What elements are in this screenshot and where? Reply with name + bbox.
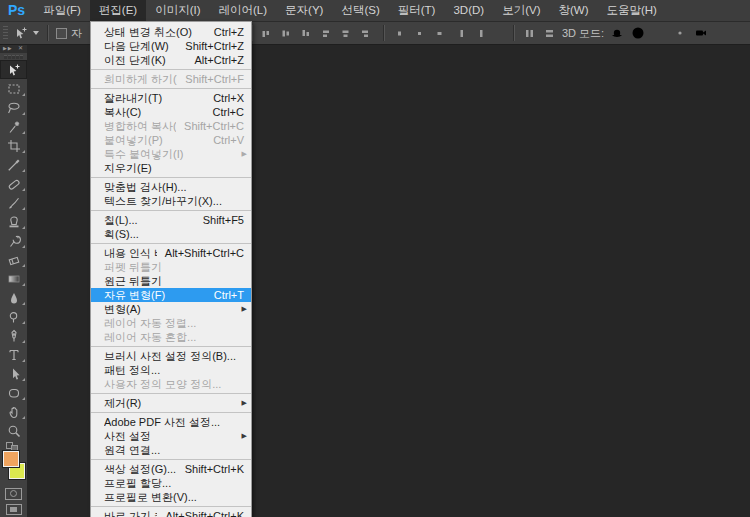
menubar-item[interactable]: 레이어(L) [210, 0, 277, 21]
tools-panel-grip[interactable] [0, 53, 27, 60]
3d-rotate-camera-icon[interactable] [608, 24, 626, 42]
menu-separator [91, 243, 251, 244]
3d-zoom-camera-icon[interactable] [692, 24, 710, 42]
menu-item-label: Adobe PDF 사전 설정... [104, 415, 244, 429]
menu-item-label: 바로 가기 키... [104, 509, 157, 517]
edit-menu-item[interactable]: 원근 뒤틀기 [91, 274, 251, 288]
options-bar-grip[interactable] [3, 26, 8, 40]
edit-menu-item: 퍼펫 뒤틀기 [91, 260, 251, 274]
edit-menu-item[interactable]: 다음 단계(W)Shift+Ctrl+Z [91, 39, 251, 53]
magic-wand-tool[interactable] [0, 117, 27, 136]
edit-menu-item[interactable]: 원격 연결... [91, 443, 251, 457]
distribute-vertical-centers-icon[interactable] [410, 24, 428, 42]
edit-menu-item[interactable]: 칠(L)...Shift+F5 [91, 213, 251, 227]
menubar-item[interactable]: 파일(F) [34, 0, 90, 21]
3d-slide-camera-icon[interactable] [671, 24, 689, 42]
tools-panel-header: ▶▶ ✕ [0, 44, 27, 53]
move-tool[interactable] [0, 60, 27, 79]
lasso-tool[interactable] [0, 98, 27, 117]
edit-menu-item[interactable]: Adobe PDF 사전 설정... [91, 415, 251, 429]
menubar-item[interactable]: 편집(E) [90, 0, 146, 21]
edit-menu-item[interactable]: 이전 단계(K)Alt+Ctrl+Z [91, 53, 251, 67]
menu-item-label: 원근 뒤틀기 [104, 274, 244, 288]
screen-mode-icon[interactable] [0, 501, 27, 517]
edit-menu-item[interactable]: 변형(A)▶ [91, 302, 251, 316]
close-panel-icon[interactable]: ✕ [18, 44, 24, 53]
menu-item-label: 내용 인식 비율 [104, 246, 157, 260]
history-brush-tool[interactable] [0, 231, 27, 250]
edit-menu-item[interactable]: 상태 변경 취소(O)Ctrl+Z [91, 25, 251, 39]
edit-menu-item[interactable]: 지우기(E) [91, 161, 251, 175]
edit-menu-item[interactable]: 색상 설정(G)...Shift+Ctrl+K [91, 462, 251, 476]
align-vertical-centers-icon[interactable] [276, 24, 294, 42]
menubar-item[interactable]: 도움말(H) [597, 0, 665, 21]
menu-item-label: 붙여넣기(P) [104, 133, 205, 147]
quick-mask-mode-icon[interactable] [0, 486, 27, 501]
edit-menu-item[interactable]: 패턴 정의... [91, 363, 251, 377]
edit-menu-item: 레이어 자동 혼합... [91, 330, 251, 344]
type-tool[interactable] [0, 345, 27, 364]
edit-menu-item[interactable]: 프로필로 변환(V)... [91, 490, 251, 504]
edit-menu-item[interactable]: 프로필 할당... [91, 476, 251, 490]
align-horizontal-centers-icon[interactable] [336, 24, 354, 42]
preset-dropdown-caret[interactable] [33, 31, 39, 35]
collapse-panel-icon[interactable]: ▶▶ [3, 44, 13, 53]
menubar-item[interactable]: 창(W) [549, 0, 597, 21]
align-right-edges-icon[interactable] [356, 24, 374, 42]
dodge-tool[interactable] [0, 307, 27, 326]
shape-tool[interactable] [0, 383, 27, 402]
distribute-horizontal-spacing-icon[interactable] [520, 24, 538, 42]
menubar-item[interactable]: 선택(S) [332, 0, 388, 21]
align-left-edges-icon[interactable] [316, 24, 334, 42]
foreground-color-swatch[interactable] [3, 451, 19, 467]
menu-item-label: 병합하여 복사(Y) [104, 119, 176, 133]
clone-stamp-tool[interactable] [0, 212, 27, 231]
spot-healing-brush-tool[interactable] [0, 174, 27, 193]
pen-tool[interactable] [0, 326, 27, 345]
distribute-bottom-edges-icon[interactable] [430, 24, 448, 42]
menu-item-shortcut: Ctrl+C [213, 105, 244, 119]
edit-menu-item[interactable]: 잘라내기(T)Ctrl+X [91, 91, 251, 105]
gradient-tool[interactable] [0, 269, 27, 288]
edit-menu-item[interactable]: 자유 변형(F)Ctrl+T [91, 288, 251, 302]
menu-item-shortcut: Alt+Shift+Ctrl+K [165, 509, 244, 517]
menu-item-shortcut: Alt+Shift+Ctrl+C [165, 246, 244, 260]
edit-menu-item[interactable]: 브러시 사전 설정 정의(B)... [91, 349, 251, 363]
edit-menu-item[interactable]: 바로 가기 키...Alt+Shift+Ctrl+K [91, 509, 251, 517]
menu-item-label: 지우기(E) [104, 161, 244, 175]
swap-colors-icon[interactable] [0, 440, 27, 450]
auto-select-checkbox[interactable] [56, 28, 67, 39]
eyedropper-tool[interactable] [0, 155, 27, 174]
3d-roll-camera-icon[interactable] [629, 24, 647, 42]
menubar-items: 파일(F)편집(E)이미지(I)레이어(L)문자(Y)선택(S)필터(T)3D(… [34, 0, 666, 21]
distribute-left-edges-icon[interactable] [452, 24, 470, 42]
edit-menu-item[interactable]: 맞춤법 검사(H)... [91, 180, 251, 194]
distribute-top-edges-icon[interactable] [390, 24, 408, 42]
edit-menu-item[interactable]: 제거(R)▶ [91, 396, 251, 410]
edit-menu-item[interactable]: 사전 설정▶ [91, 429, 251, 443]
hand-tool[interactable] [0, 402, 27, 421]
eraser-tool[interactable] [0, 250, 27, 269]
distribute-horizontal-centers-icon[interactable] [472, 24, 490, 42]
align-bottom-edges-icon[interactable] [296, 24, 314, 42]
edit-menu-item[interactable]: 획(S)... [91, 227, 251, 241]
brush-tool[interactable] [0, 193, 27, 212]
menubar-item[interactable]: 문자(Y) [276, 0, 332, 21]
tools-panel: ▶▶ ✕ [0, 44, 28, 517]
zoom-tool[interactable] [0, 421, 27, 440]
move-tool-preset-icon[interactable] [12, 24, 30, 42]
menubar-item[interactable]: 3D(D) [444, 0, 493, 21]
edit-menu-item[interactable]: 복사(C)Ctrl+C [91, 105, 251, 119]
menubar-item[interactable]: 필터(T) [389, 0, 445, 21]
blur-tool[interactable] [0, 288, 27, 307]
crop-tool[interactable] [0, 136, 27, 155]
menubar-item[interactable]: 보기(V) [493, 0, 549, 21]
align-top-edges-icon[interactable] [256, 24, 274, 42]
3d-pan-camera-icon[interactable] [650, 24, 668, 42]
path-selection-tool[interactable] [0, 364, 27, 383]
edit-menu-item[interactable]: 내용 인식 비율Alt+Shift+Ctrl+C [91, 246, 251, 260]
menubar-item[interactable]: 이미지(I) [146, 0, 209, 21]
distribute-vertical-spacing-icon[interactable] [540, 24, 558, 42]
rectangular-marquee-tool[interactable] [0, 79, 27, 98]
edit-menu-item[interactable]: 텍스트 찾기/바꾸기(X)... [91, 194, 251, 208]
